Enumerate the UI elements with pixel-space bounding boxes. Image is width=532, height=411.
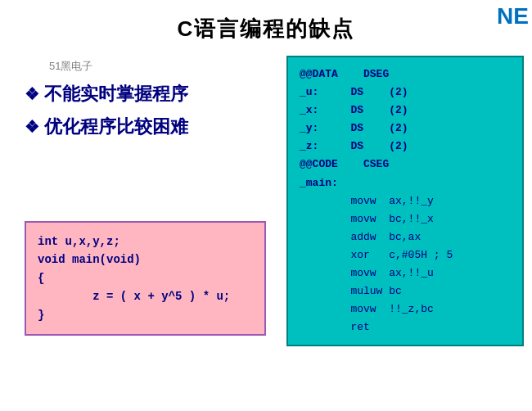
bullet-text-2: 优化程序比较困难 (44, 115, 188, 139)
bullet-text-1: 不能实时掌握程序 (44, 82, 188, 106)
asm-line-0: @@DATA DSEG (300, 65, 511, 84)
asm-line-3: _y: DS (2) (300, 120, 511, 138)
c-line-1: int u,x,y,z; (38, 233, 253, 251)
slide-title: C语言编程的缺点 (0, 0, 532, 43)
asm-line-12: muluw bc (300, 282, 511, 300)
source-label: 51黑电子 (49, 59, 92, 74)
bullet-item-2: ❖ 优化程序比较困难 (25, 115, 270, 139)
ne-logo: NE (497, 3, 529, 29)
asm-code-box: @@DATA DSEG _u: DS (2) _x: DS (2) _y: DS… (286, 56, 524, 346)
c-line-4: z = ( x + y^5 ) * u; (38, 287, 253, 305)
slide-page: NE C语言编程的缺点 51黑电子 ❖ 不能实时掌握程序 ❖ 优化程序比较困难 … (0, 0, 532, 411)
asm-line-8: movw bc,!!_x (300, 210, 511, 228)
asm-line-14: ret (300, 318, 511, 336)
asm-line-13: movw !!_z,bc (300, 300, 511, 318)
asm-line-11: movw ax,!!_u (300, 264, 511, 282)
asm-line-9: addw bc,ax (300, 228, 511, 246)
asm-line-1: _u: DS (2) (300, 84, 511, 102)
c-line-2: void main(void) (38, 251, 253, 269)
asm-line-6: _main: (300, 174, 511, 192)
c-code-box: int u,x,y,z; void main(void) { z = ( x +… (25, 221, 266, 336)
asm-line-10: xor c,#05H ; 5 (300, 246, 511, 264)
bullet-item-1: ❖ 不能实时掌握程序 (25, 82, 270, 106)
diamond-icon-2: ❖ (25, 117, 39, 137)
diamond-icon-1: ❖ (25, 84, 39, 104)
asm-line-7: movw ax,!!_y (300, 192, 511, 210)
asm-line-5: @@CODE CSEG (300, 156, 511, 174)
c-line-5: } (38, 306, 253, 324)
c-line-3: { (38, 269, 253, 287)
asm-line-2: _x: DS (2) (300, 102, 511, 120)
asm-line-4: _z: DS (2) (300, 138, 511, 156)
bullet-list: ❖ 不能实时掌握程序 ❖ 优化程序比较困难 (25, 82, 270, 147)
